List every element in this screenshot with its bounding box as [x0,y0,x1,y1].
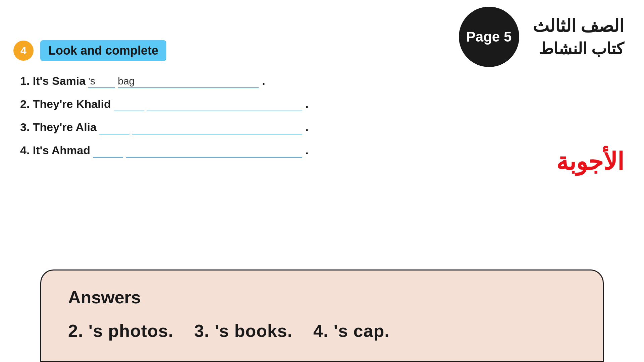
arabic-titles: الصف الثالث كتاب النشاط [533,16,624,58]
answers-4-text: 's cap. [334,321,390,341]
item-4-prefix: It's Ahmad [33,144,90,157]
item-3-label: 3. They're Alia [20,121,97,134]
item-2-prefix: They're Khalid [33,98,111,110]
item-1-label: 1. It's Samia [20,74,86,88]
arabic-title-grade: الصف الثالث [533,16,624,36]
answers-4-number: 4. [313,321,328,341]
exercise-number: 4 [20,45,26,57]
header-area: Page 5 الصف الثالث كتاب النشاط [459,7,624,67]
item-4-blank-long[interactable] [126,145,302,158]
item-2-blank-long[interactable] [147,99,302,111]
page-label: Page 5 [466,29,512,45]
exercise-items: 1. It's Samia 's bag . 2. They're Khalid… [20,74,315,158]
item-4-period: . [306,144,309,158]
exercise-number-badge: 4 [13,41,34,61]
item-3-prefix: They're Alia [33,121,97,133]
answers-2-text: 's photos. [89,321,189,341]
exercise-title: Look and complete [48,44,158,57]
item-3-number: 3 [20,121,26,133]
item-1-long-answer: bag [118,75,259,88]
exercise-header: 4 Look and complete [13,40,315,61]
arabic-answer-text: الأجوبة [556,148,624,175]
page-circle: Page 5 [459,7,519,67]
item-1-period: . [262,74,265,88]
item-1-prefix: It's Samia [33,74,86,87]
item-3-blank-short[interactable] [99,122,129,134]
main-content: 4 Look and complete 1. It's Samia 's bag… [13,40,315,158]
item-4-number: 4 [20,144,26,157]
item-4-blank-short[interactable] [93,145,123,158]
item-1-short-answer: 's [88,75,115,88]
answers-content: 2. 's photos. 3. 's books. 4. 's cap. [68,321,576,341]
item-2-blank-short[interactable] [114,99,144,111]
answers-3-number: 3. [194,321,209,341]
table-row: 1. It's Samia 's bag . [20,74,309,88]
answers-2-number: 2. [68,321,83,341]
table-row: 4. It's Ahmad . [20,144,309,158]
item-1-number: 1 [20,74,26,87]
exercise-title-box: Look and complete [40,40,166,61]
answers-3-text: 's books. [215,321,308,341]
arabic-title-book: كتاب النشاط [539,39,624,58]
table-row: 3. They're Alia . [20,121,309,134]
table-row: 2. They're Khalid . [20,98,309,111]
answers-box: Answers 2. 's photos. 3. 's books. 4. 's… [40,269,604,362]
item-2-period: . [306,98,309,111]
item-2-label: 2. They're Khalid [20,98,111,111]
item-3-period: . [306,121,309,134]
arabic-answer-label: الأجوبة [556,147,624,176]
item-4-label: 4. It's Ahmad [20,144,90,158]
answers-title: Answers [68,287,576,307]
item-3-blank-long[interactable] [132,122,302,134]
item-2-number: 2 [20,98,26,110]
